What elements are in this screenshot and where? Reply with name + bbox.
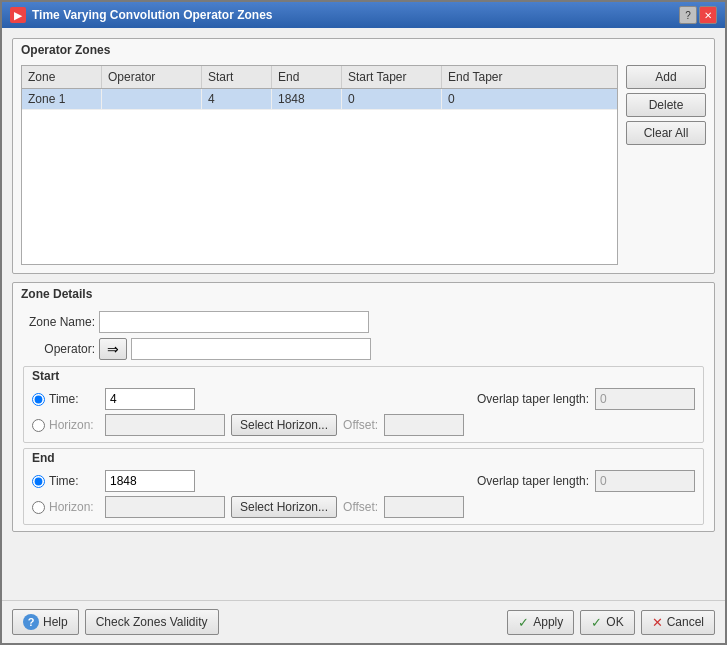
cancel-cross-icon: ✕: [652, 615, 663, 630]
add-button[interactable]: Add: [626, 65, 706, 89]
end-time-radio-group: Time:: [32, 474, 99, 488]
apply-button[interactable]: ✓ Apply: [507, 610, 574, 635]
zone-details-title: Zone Details: [13, 283, 714, 303]
main-content: Operator Zones Zone Operator Start End S…: [2, 28, 725, 600]
apply-label: Apply: [533, 615, 563, 629]
operator-zones-section: Operator Zones Zone Operator Start End S…: [12, 38, 715, 274]
end-time-label: Time:: [49, 474, 99, 488]
start-time-row: Time: Overlap taper length:: [32, 388, 695, 410]
start-time-label: Time:: [49, 392, 99, 406]
start-select-horizon-button[interactable]: Select Horizon...: [231, 414, 337, 436]
cell-operator: [102, 89, 202, 109]
side-buttons: Add Delete Clear All: [626, 65, 706, 265]
start-horizon-label: Horizon:: [49, 418, 99, 432]
col-start: Start: [202, 66, 272, 88]
cell-zone: Zone 1: [22, 89, 102, 109]
title-bar: ▶ Time Varying Convolution Operator Zone…: [2, 2, 725, 28]
start-time-radio-group: Time:: [32, 392, 99, 406]
operator-zones-wrapper: Zone Operator Start End Start Taper End …: [13, 59, 714, 273]
zone-name-row: Zone Name:: [23, 311, 704, 333]
name-op-area: Zone Name: Operator: ⇒: [23, 311, 704, 360]
apply-check-icon: ✓: [518, 615, 529, 630]
operator-input[interactable]: [131, 338, 371, 360]
help-button[interactable]: ? Help: [12, 609, 79, 635]
col-end: End: [272, 66, 342, 88]
bottom-left: ? Help Check Zones Validity: [12, 609, 219, 635]
operator-arrow-button[interactable]: ⇒: [99, 338, 127, 360]
table-rows-area: Zone 1 4 1848 0 0: [22, 89, 617, 264]
help-title-btn[interactable]: ?: [679, 6, 697, 24]
end-select-horizon-button[interactable]: Select Horizon...: [231, 496, 337, 518]
table-row[interactable]: Zone 1 4 1848 0 0: [22, 89, 617, 110]
start-horizon-row: Horizon: Select Horizon... Offset:: [32, 414, 695, 436]
zone-details-section: Zone Details Zone Name: Operator: ⇒: [12, 282, 715, 532]
check-zones-button[interactable]: Check Zones Validity: [85, 609, 219, 635]
end-time-input[interactable]: [105, 470, 195, 492]
col-zone: Zone: [22, 66, 102, 88]
cell-end: 1848: [272, 89, 342, 109]
end-time-row: Time: Overlap taper length:: [32, 470, 695, 492]
ok-button[interactable]: ✓ OK: [580, 610, 634, 635]
end-overlap-label: Overlap taper length:: [477, 474, 589, 488]
zone-details-body: Zone Name: Operator: ⇒ Start: [13, 303, 714, 531]
end-title: End: [24, 449, 703, 466]
start-horizon-radio[interactable]: [32, 419, 45, 432]
start-box: Start Time: Overlap taper length:: [23, 366, 704, 443]
start-overlap-label: Overlap taper length:: [477, 392, 589, 406]
zone-name-label: Zone Name:: [23, 315, 95, 329]
end-offset-input: [384, 496, 464, 518]
start-inner: Time: Overlap taper length:: [24, 384, 703, 442]
cell-end-taper: 0: [442, 89, 542, 109]
start-time-input[interactable]: [105, 388, 195, 410]
clear-all-button[interactable]: Clear All: [626, 121, 706, 145]
close-title-btn[interactable]: ✕: [699, 6, 717, 24]
end-horizon-input: [105, 496, 225, 518]
bottom-right: ✓ Apply ✓ OK ✕ Cancel: [507, 610, 715, 635]
ok-label: OK: [606, 615, 623, 629]
help-icon: ?: [23, 614, 39, 630]
end-horizon-radio[interactable]: [32, 501, 45, 514]
start-offset-label: Offset:: [343, 418, 378, 432]
zone-name-input[interactable]: [99, 311, 369, 333]
end-horizon-radio-group: Horizon:: [32, 500, 99, 514]
start-overlap-input[interactable]: [595, 388, 695, 410]
end-horizon-label: Horizon:: [49, 500, 99, 514]
end-overlap-input[interactable]: [595, 470, 695, 492]
cancel-label: Cancel: [667, 615, 704, 629]
operator-label: Operator:: [23, 342, 95, 356]
cancel-button[interactable]: ✕ Cancel: [641, 610, 715, 635]
window-title: Time Varying Convolution Operator Zones: [32, 8, 272, 22]
start-horizon-radio-group: Horizon:: [32, 418, 99, 432]
cell-start-taper: 0: [342, 89, 442, 109]
start-end-container: Start Time: Overlap taper length:: [23, 366, 704, 525]
start-offset-input: [384, 414, 464, 436]
end-inner: Time: Overlap taper length:: [24, 466, 703, 524]
table-header: Zone Operator Start End Start Taper End …: [22, 66, 617, 89]
end-box: End Time: Overlap taper length:: [23, 448, 704, 525]
main-window: ▶ Time Varying Convolution Operator Zone…: [0, 0, 727, 645]
help-label: Help: [43, 615, 68, 629]
ok-check-icon: ✓: [591, 615, 602, 630]
col-start-taper: Start Taper: [342, 66, 442, 88]
start-horizon-input: [105, 414, 225, 436]
window-icon: ▶: [10, 7, 26, 23]
start-title: Start: [24, 367, 703, 384]
end-offset-label: Offset:: [343, 500, 378, 514]
bottom-bar: ? Help Check Zones Validity ✓ Apply ✓ OK…: [2, 600, 725, 643]
operator-field-row: Operator: ⇒: [23, 338, 704, 360]
cell-start: 4: [202, 89, 272, 109]
end-horizon-row: Horizon: Select Horizon... Offset:: [32, 496, 695, 518]
delete-button[interactable]: Delete: [626, 93, 706, 117]
start-time-radio[interactable]: [32, 393, 45, 406]
col-end-taper: End Taper: [442, 66, 542, 88]
operator-zones-title: Operator Zones: [13, 39, 714, 59]
col-operator: Operator: [102, 66, 202, 88]
end-time-radio[interactable]: [32, 475, 45, 488]
zones-table: Zone Operator Start End Start Taper End …: [21, 65, 618, 265]
